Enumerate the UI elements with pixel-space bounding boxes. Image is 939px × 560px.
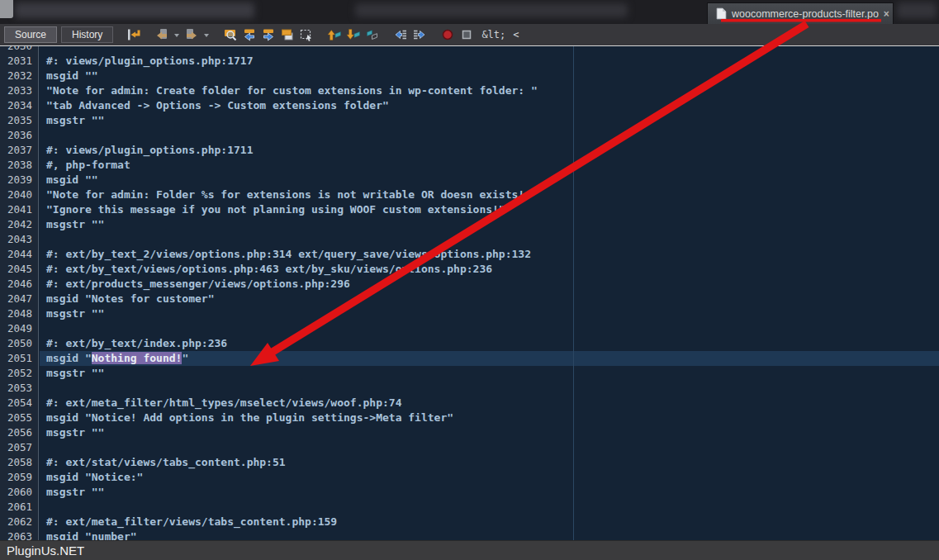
- code-line[interactable]: [40, 232, 939, 247]
- line-number: 2032: [7, 69, 32, 83]
- dropdown-chevron-icon[interactable]: [203, 26, 210, 43]
- stop-macro-recording-icon[interactable]: [459, 26, 474, 43]
- line-number: 2033: [7, 83, 32, 98]
- code-line[interactable]: #: ext/meta_filter/views/tabs_content.ph…: [40, 515, 939, 529]
- line-number: 2038: [7, 158, 32, 173]
- highlighted-code-line[interactable]: msgid "Nothing found!": [40, 351, 939, 366]
- line-number: 2055: [7, 411, 32, 425]
- code-line[interactable]: #: ext/by_text/index.php:236: [40, 336, 939, 351]
- status-bar-text: PluginUs.NET: [7, 543, 84, 558]
- code-line[interactable]: msgstr "": [40, 485, 939, 500]
- line-number: 2037: [7, 143, 32, 158]
- code-line[interactable]: "Ignore this message if you not planning…: [40, 202, 939, 217]
- window-corner-block: [0, 0, 13, 18]
- previous-bookmark-icon[interactable]: [327, 26, 342, 43]
- code-line[interactable]: msgid "Notes for customer": [40, 292, 939, 306]
- code-line[interactable]: #, php-format: [40, 158, 939, 173]
- line-number: 2061: [7, 500, 32, 515]
- history-button[interactable]: History: [61, 26, 113, 43]
- line-number: 2041: [7, 202, 32, 217]
- back-icon[interactable]: [154, 26, 169, 43]
- code-line[interactable]: #: ext/by_text/views/options.php:463 ext…: [40, 262, 939, 277]
- code-area[interactable]: #: views/plugin_options.php:1717msgid ""…: [40, 46, 939, 540]
- find-next-icon[interactable]: [261, 26, 276, 43]
- forward-icon[interactable]: [184, 26, 199, 43]
- code-line[interactable]: msgid "": [40, 173, 939, 187]
- line-number: 2056: [7, 425, 32, 440]
- last-edit-location-icon[interactable]: [126, 26, 141, 43]
- code-text: msgid ": [46, 352, 92, 364]
- line-number: 2045: [7, 262, 32, 277]
- code-line[interactable]: [40, 440, 939, 455]
- code-text: ": [182, 352, 188, 364]
- code-line[interactable]: msgstr "": [40, 425, 939, 440]
- rectangular-selection-icon[interactable]: [299, 26, 314, 43]
- blurred-region: [897, 2, 937, 18]
- code-line[interactable]: msgid "Notice:": [40, 470, 939, 485]
- line-number: 2030: [7, 46, 32, 54]
- code-line[interactable]: msgid "": [40, 69, 939, 83]
- code-line[interactable]: #: ext/by_text_2/views/options.php:314 e…: [40, 247, 939, 262]
- code-line[interactable]: #: views/plugin_options.php:1711: [40, 143, 939, 158]
- code-line[interactable]: #: views/plugin_options.php:1717: [40, 54, 939, 69]
- line-number: 2051: [7, 351, 32, 366]
- line-number: 2048: [7, 306, 32, 321]
- file-icon: [716, 7, 727, 20]
- line-number: 2042: [7, 217, 32, 232]
- toggle-highlight-icon[interactable]: [280, 26, 295, 43]
- code-line[interactable]: msgstr "": [40, 306, 939, 321]
- line-number: 2054: [7, 396, 32, 411]
- code-line[interactable]: msgstr "": [40, 366, 939, 381]
- code-line[interactable]: [40, 381, 939, 396]
- line-number: 2063: [7, 529, 32, 540]
- code-line[interactable]: [40, 128, 939, 143]
- line-number: 2058: [7, 455, 32, 470]
- toggle-bookmark-icon[interactable]: [365, 26, 380, 43]
- code-line[interactable]: #: ext/products_messenger/views/options.…: [40, 277, 939, 292]
- blurred-region: [355, 3, 628, 17]
- dropdown-chevron-icon[interactable]: [173, 26, 180, 43]
- code-line[interactable]: "Note for admin: Create folder for custo…: [40, 83, 939, 98]
- find-previous-icon[interactable]: [242, 26, 257, 43]
- source-button[interactable]: Source: [4, 26, 57, 43]
- line-number: 2062: [7, 515, 32, 529]
- code-line[interactable]: msgid "number": [40, 529, 939, 540]
- editor-toolbar: Source History &lt;<: [0, 24, 939, 46]
- tab-close-icon[interactable]: ×: [884, 9, 889, 19]
- find-selection-icon[interactable]: [223, 26, 238, 43]
- code-line[interactable]: #: ext/meta_filter/html_types/mselect/vi…: [40, 396, 939, 411]
- next-bookmark-icon[interactable]: [346, 26, 361, 43]
- code-line[interactable]: [40, 46, 939, 54]
- line-number: 2044: [7, 247, 32, 262]
- line-number: 2047: [7, 292, 32, 306]
- status-bar: PluginUs.NET: [0, 540, 939, 560]
- shift-right-icon[interactable]: [412, 26, 427, 43]
- code-line[interactable]: msgstr "": [40, 113, 939, 128]
- right-margin-guide: [573, 46, 574, 540]
- line-number: 2049: [7, 321, 32, 336]
- code-line[interactable]: msgstr "": [40, 217, 939, 232]
- code-line[interactable]: [40, 500, 939, 515]
- shift-left-icon[interactable]: [393, 26, 408, 43]
- line-number: 2046: [7, 277, 32, 292]
- code-line[interactable]: "tab Advanced -> Options -> Custom exten…: [40, 98, 939, 113]
- tab-woocommerce-products-filter[interactable]: woocommerce-products-filter.po ×: [707, 2, 894, 24]
- blurred-region: [15, 2, 254, 18]
- code-line[interactable]: #: ext/stat/views/tabs_content.php:51: [40, 455, 939, 470]
- code-line[interactable]: [40, 321, 939, 336]
- line-number: 2036: [7, 128, 32, 143]
- lt-label[interactable]: <: [513, 26, 519, 43]
- line-number: 2053: [7, 381, 32, 396]
- line-number: 2031: [7, 54, 32, 69]
- line-number: 2057: [7, 440, 32, 455]
- line-number: 2034: [7, 98, 32, 113]
- code-line[interactable]: msgid "Notice! Add options in the plugin…: [40, 411, 939, 425]
- line-number: 2040: [7, 187, 32, 202]
- entity-lt-label[interactable]: &lt;: [481, 26, 505, 43]
- code-editor[interactable]: #: views/plugin_options.php:1717msgid ""…: [0, 46, 939, 540]
- code-line[interactable]: "Note for admin: Folder %s for extension…: [40, 187, 939, 202]
- line-number: 2052: [7, 366, 32, 381]
- toolbar-icons: &lt;<: [113, 24, 519, 45]
- line-number: 2035: [7, 113, 32, 128]
- start-macro-recording-icon[interactable]: [440, 26, 455, 43]
